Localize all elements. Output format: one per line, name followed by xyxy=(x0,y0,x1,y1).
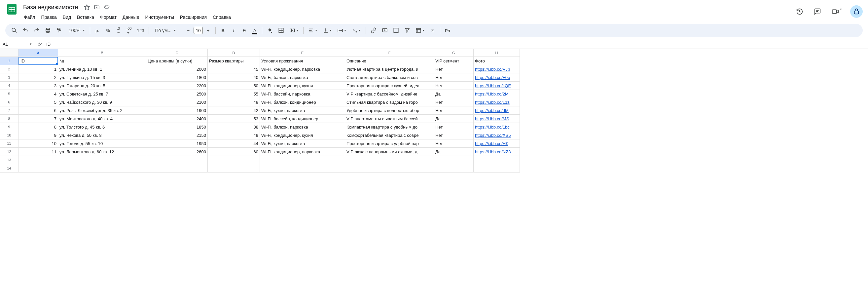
cell[interactable]: 5 xyxy=(19,98,58,106)
cell[interactable] xyxy=(345,156,434,164)
cell[interactable]: ул. Пушкина д. 15 кв. 3 xyxy=(58,73,146,82)
cell[interactable]: 42 xyxy=(208,106,260,115)
cell[interactable]: ID xyxy=(19,57,58,65)
cell[interactable]: 1950 xyxy=(146,140,208,148)
menu-edit[interactable]: Правка xyxy=(38,13,59,21)
filter-views-icon[interactable]: ▼ xyxy=(413,26,427,35)
row-header[interactable]: 9 xyxy=(0,123,19,131)
cell[interactable] xyxy=(474,164,520,173)
cell[interactable]: Стильная квартира с видом на горо xyxy=(345,98,434,106)
cell[interactable]: Да xyxy=(434,90,474,98)
cell[interactable]: 1 xyxy=(19,65,58,73)
decrease-decimals[interactable]: .0 xyxy=(114,26,123,35)
undo-icon[interactable] xyxy=(21,26,30,35)
currency-format[interactable]: р. xyxy=(93,26,102,35)
cell[interactable]: 1800 xyxy=(146,73,208,82)
sheets-logo[interactable] xyxy=(5,3,19,16)
cell[interactable]: № xyxy=(58,57,146,65)
functions-icon[interactable]: Σ xyxy=(428,26,437,35)
row-header[interactable]: 10 xyxy=(0,131,19,140)
zoom-select[interactable]: 100%▼ xyxy=(65,26,87,35)
text-color-icon[interactable]: A xyxy=(250,26,259,35)
cell[interactable]: ул. Гагарина д. 20 кв. 5 xyxy=(58,82,146,90)
star-icon[interactable] xyxy=(84,4,90,10)
redo-icon[interactable] xyxy=(32,26,42,35)
cell[interactable]: 7 xyxy=(19,115,58,123)
cell[interactable] xyxy=(58,164,146,173)
cell[interactable]: Компактная квартира с удобным до xyxy=(345,123,434,131)
cell[interactable]: Wi-Fi, балкон, парковка xyxy=(260,123,345,131)
insert-chart-icon[interactable] xyxy=(391,26,401,35)
row-header[interactable]: 1 xyxy=(0,57,19,65)
cell[interactable]: Wi-Fi, кухня, парковка xyxy=(260,106,345,115)
paint-format-icon[interactable] xyxy=(54,26,64,35)
menu-extensions[interactable]: Расширения xyxy=(177,13,209,21)
cell[interactable]: ул. Гоголя д. 55 кв. 10 xyxy=(58,140,146,148)
col-header[interactable]: G xyxy=(434,49,474,57)
history-icon[interactable] xyxy=(793,5,806,18)
cell[interactable]: https://i.ibb.co/F0b xyxy=(474,73,520,82)
italic-icon[interactable]: I xyxy=(229,26,238,35)
fill-color-icon[interactable] xyxy=(265,26,275,35)
row-header[interactable]: 14 xyxy=(0,164,19,173)
cell[interactable]: 3 xyxy=(19,82,58,90)
row-header[interactable]: 13 xyxy=(0,156,19,164)
col-header[interactable]: A xyxy=(19,49,58,57)
row-header[interactable]: 12 xyxy=(0,148,19,156)
col-header[interactable]: H xyxy=(474,49,520,57)
cell[interactable]: VIP люкс с панорамными окнами, д xyxy=(345,148,434,156)
cell[interactable]: 45 xyxy=(208,65,260,73)
cell[interactable]: https://i.ibb.co/2M xyxy=(474,90,520,98)
increase-decimals[interactable]: .00 xyxy=(125,26,134,35)
insert-link-icon[interactable] xyxy=(369,26,378,35)
name-box[interactable]: A1▼ xyxy=(0,40,35,49)
decrease-font-size[interactable]: − xyxy=(184,26,193,35)
row-header[interactable]: 8 xyxy=(0,115,19,123)
doc-title[interactable]: База недвижимости xyxy=(21,3,80,11)
cell[interactable]: VIP апартаменты с частным бассей xyxy=(345,115,434,123)
strikethrough-icon[interactable]: S xyxy=(240,26,249,35)
cell[interactable]: Условия проживания xyxy=(260,57,345,65)
cell[interactable]: 60 xyxy=(208,148,260,156)
cell[interactable]: 6 xyxy=(19,106,58,115)
cell[interactable]: ул. Маяковского д. 40 кв. 4 xyxy=(58,115,146,123)
apps-script-icon[interactable]: Pч xyxy=(443,26,452,35)
cell[interactable]: ул. Толстого д. 45 кв. 6 xyxy=(58,123,146,131)
search-icon[interactable] xyxy=(9,26,19,35)
filter-icon[interactable] xyxy=(402,26,412,35)
cell[interactable]: Нет xyxy=(434,131,474,140)
cell[interactable]: Нет xyxy=(434,98,474,106)
cell[interactable] xyxy=(146,156,208,164)
menu-format[interactable]: Формат xyxy=(97,13,119,21)
cloud-status-icon[interactable] xyxy=(104,4,110,10)
cell[interactable]: 53 xyxy=(208,115,260,123)
text-wrap-icon[interactable]: ▼ xyxy=(335,26,348,35)
cell[interactable]: 48 xyxy=(208,98,260,106)
move-folder-icon[interactable] xyxy=(94,4,100,10)
text-rotation-icon[interactable]: A▼ xyxy=(350,26,363,35)
cell[interactable]: 8 xyxy=(19,123,58,131)
cell[interactable]: Описание xyxy=(345,57,434,65)
cell[interactable]: 55 xyxy=(208,90,260,98)
cell[interactable]: Светлая квартира с балконом и сов xyxy=(345,73,434,82)
cell[interactable]: Wi-Fi, бассейн, кондиционер xyxy=(260,115,345,123)
comment-icon[interactable] xyxy=(811,5,824,18)
cell[interactable]: Wi-Fi, балкон, кондиционер xyxy=(260,98,345,106)
cell[interactable] xyxy=(260,164,345,173)
cell[interactable]: Wi-Fi, кондиционер, парковка xyxy=(260,148,345,156)
cell[interactable]: Удобная квартира с полностью обор xyxy=(345,106,434,115)
cell[interactable]: 2500 xyxy=(146,90,208,98)
cell[interactable]: https://i.ibb.co/L1z xyxy=(474,98,520,106)
cell[interactable]: https://i.ibb.co/MS xyxy=(474,115,520,123)
cell[interactable]: https://i.ibb.co/HKj xyxy=(474,140,520,148)
cell[interactable]: Wi-Fi, кондиционер, кухня xyxy=(260,131,345,140)
print-icon[interactable] xyxy=(43,26,53,35)
cell[interactable]: Да xyxy=(434,115,474,123)
cell[interactable] xyxy=(19,156,58,164)
cell[interactable]: Wi-Fi, кухня, парковка xyxy=(260,140,345,148)
menu-insert[interactable]: Вставка xyxy=(74,13,97,21)
cell[interactable] xyxy=(434,156,474,164)
cell[interactable]: 9 xyxy=(19,131,58,140)
cell[interactable] xyxy=(474,156,520,164)
menu-help[interactable]: Справка xyxy=(210,13,234,21)
